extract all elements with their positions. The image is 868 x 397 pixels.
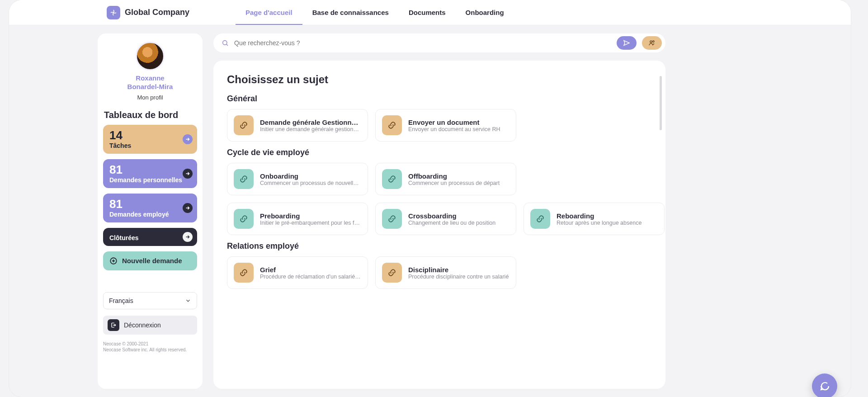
dash-employee-count: 81 bbox=[109, 198, 191, 210]
topic-panel: Choisissez un sujet Général Demande géné… bbox=[213, 61, 665, 389]
topic-desc: Procédure de réclamation d'un salarié c… bbox=[260, 274, 361, 280]
topic-title: Offboarding bbox=[408, 172, 500, 180]
topic-preboarding[interactable]: PreboardingInitier le pré-embarquement p… bbox=[227, 203, 368, 235]
search-bar bbox=[213, 33, 665, 52]
section-general-heading: Général bbox=[227, 94, 652, 104]
topic-title: Envoyer un document bbox=[408, 118, 500, 126]
search-input[interactable] bbox=[234, 39, 611, 47]
topic-onboarding[interactable]: OnboardingCommencer un processus de nouv… bbox=[227, 163, 368, 195]
section-cycle-heading: Cycle de vie employé bbox=[227, 148, 652, 157]
link-icon bbox=[234, 209, 254, 229]
dash-tasks[interactable]: 14 Tâches bbox=[103, 125, 197, 154]
section-cycle-grid: OnboardingCommencer un processus de nouv… bbox=[227, 163, 652, 235]
topic-desc: Initier le pré-embarquement pour les fut… bbox=[260, 220, 361, 226]
link-icon bbox=[530, 209, 550, 229]
svg-point-3 bbox=[653, 41, 654, 42]
topic-offboarding[interactable]: OffboardingCommencer un processus de dép… bbox=[375, 163, 516, 195]
search-icon bbox=[222, 39, 229, 47]
legal-text: Neocase © 2000-2021 Neocase Software inc… bbox=[103, 341, 197, 353]
dash-employee-requests[interactable]: 81 Demandes employé bbox=[103, 194, 197, 222]
brand-name: Global Company bbox=[125, 8, 189, 17]
arrow-right-icon bbox=[183, 203, 193, 213]
sidebar: RoxanneBonardel-Mira Mon profil Tableaux… bbox=[98, 33, 203, 389]
topic-disciplinaire[interactable]: DisciplinaireProcédure disciplinaire con… bbox=[375, 256, 516, 289]
topic-reboarding[interactable]: ReboardingRetour après une longue absenc… bbox=[524, 203, 665, 235]
user-name: RoxanneBonardel-Mira bbox=[103, 74, 197, 91]
dash-employee-label: Demandes employé bbox=[109, 211, 191, 218]
new-request-button[interactable]: Nouvelle demande bbox=[103, 251, 197, 270]
nav-knowledge-base[interactable]: Base de connaissances bbox=[311, 0, 391, 24]
topic-desc: Changement de lieu ou de position bbox=[408, 220, 495, 226]
link-icon bbox=[234, 263, 254, 283]
nav-onboarding[interactable]: Onboarding bbox=[464, 0, 506, 24]
link-icon bbox=[234, 115, 254, 135]
topic-general-request[interactable]: Demande générale Gestionn…Initier une de… bbox=[227, 109, 368, 142]
topic-title: Onboarding bbox=[260, 172, 361, 180]
section-relations-heading: Relations employé bbox=[227, 241, 652, 251]
logo-icon bbox=[107, 6, 120, 19]
my-profile-link[interactable]: Mon profil bbox=[103, 94, 197, 101]
svg-point-1 bbox=[223, 41, 227, 45]
link-icon bbox=[382, 115, 402, 135]
link-icon bbox=[382, 209, 402, 229]
topic-title: Disciplinaire bbox=[408, 266, 509, 274]
send-button[interactable] bbox=[617, 36, 637, 50]
language-select[interactable]: Français bbox=[103, 292, 197, 309]
logout-icon bbox=[108, 319, 119, 331]
section-general-grid: Demande générale Gestionn…Initier une de… bbox=[227, 109, 652, 142]
arrow-right-icon bbox=[183, 169, 193, 179]
topic-grief[interactable]: GriefProcédure de réclamation d'un salar… bbox=[227, 256, 368, 289]
link-icon bbox=[382, 169, 402, 189]
people-icon bbox=[648, 39, 656, 47]
people-button[interactable] bbox=[642, 36, 662, 50]
nav-home[interactable]: Page d'accueil bbox=[244, 0, 294, 24]
chat-fab[interactable] bbox=[812, 373, 837, 397]
app-frame: Global Company Page d'accueil Base de co… bbox=[9, 0, 851, 397]
language-value: Français bbox=[109, 297, 133, 304]
topic-desc: Commencer un processus de départ bbox=[408, 180, 500, 186]
chat-icon bbox=[819, 381, 830, 392]
chevron-down-icon bbox=[185, 298, 191, 304]
main: Choisissez un sujet Général Demande géné… bbox=[213, 33, 665, 389]
dash-closed[interactable]: Clôturées bbox=[103, 228, 197, 246]
avatar[interactable] bbox=[136, 42, 165, 71]
scrollbar[interactable] bbox=[660, 76, 662, 130]
topic-title: Crossboarding bbox=[408, 212, 495, 220]
topic-title: Grief bbox=[260, 266, 361, 274]
send-icon bbox=[623, 39, 630, 47]
brand-logo[interactable]: Global Company bbox=[107, 6, 189, 19]
link-icon bbox=[382, 263, 402, 283]
topic-title: Reboarding bbox=[557, 212, 642, 220]
dash-tasks-count: 14 bbox=[109, 129, 191, 141]
dash-tasks-label: Tâches bbox=[109, 142, 191, 149]
svg-point-2 bbox=[650, 41, 652, 43]
link-icon bbox=[234, 169, 254, 189]
topic-crossboarding[interactable]: CrossboardingChangement de lieu ou de po… bbox=[375, 203, 516, 235]
topic-title: Preboarding bbox=[260, 212, 361, 220]
topic-desc: Envoyer un document au service RH bbox=[408, 126, 500, 132]
dashboards-title: Tableaux de bord bbox=[104, 110, 196, 120]
top-nav: Page d'accueil Base de connaissances Doc… bbox=[244, 0, 506, 24]
dash-closed-label: Clôturées bbox=[109, 234, 191, 241]
new-request-label: Nouvelle demande bbox=[122, 257, 182, 265]
topbar: Global Company Page d'accueil Base de co… bbox=[9, 0, 851, 25]
plus-circle-icon bbox=[109, 257, 118, 265]
content: RoxanneBonardel-Mira Mon profil Tableaux… bbox=[9, 25, 851, 397]
topic-desc: Initier une demande générale gestionnair… bbox=[260, 126, 361, 132]
panel-title: Choisissez un sujet bbox=[227, 73, 652, 86]
topic-send-document[interactable]: Envoyer un documentEnvoyer un document a… bbox=[375, 109, 516, 142]
topic-desc: Commencer un processus de nouvelle e… bbox=[260, 180, 361, 186]
section-relations-grid: GriefProcédure de réclamation d'un salar… bbox=[227, 256, 652, 289]
topic-desc: Retour après une longue absence bbox=[557, 220, 642, 226]
dash-personal-count: 81 bbox=[109, 164, 191, 175]
topic-title: Demande générale Gestionn… bbox=[260, 118, 361, 126]
nav-documents[interactable]: Documents bbox=[407, 0, 448, 24]
topic-desc: Procédure disciplinaire contre un salari… bbox=[408, 274, 509, 280]
arrow-right-icon bbox=[183, 134, 193, 144]
dash-personal-label: Demandes personnelles bbox=[109, 176, 191, 184]
logout-label: Déconnexion bbox=[124, 321, 161, 329]
arrow-right-icon bbox=[183, 232, 193, 242]
logout-button[interactable]: Déconnexion bbox=[103, 316, 197, 335]
dash-personal-requests[interactable]: 81 Demandes personnelles bbox=[103, 159, 197, 188]
